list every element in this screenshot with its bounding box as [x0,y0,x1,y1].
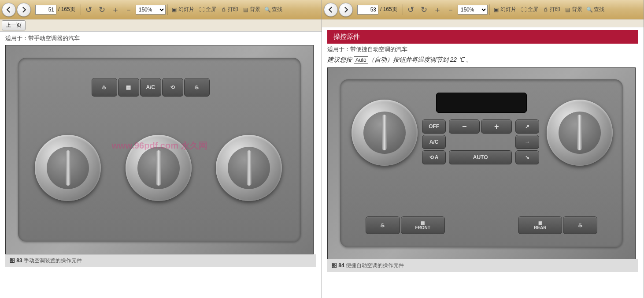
temp-knob[interactable] [35,135,101,201]
zoom-in-button[interactable]: ＋ [431,4,444,16]
ac-button[interactable]: A/C [422,135,446,149]
slideshow-button[interactable]: ▣幻灯片 [170,6,196,13]
redo-button[interactable]: ↻ [96,4,108,16]
slideshow-label: 幻灯片 [178,6,194,13]
fan-plus-button[interactable]: + [481,119,512,134]
right-btn-col: ↗ → ↘ [515,119,539,164]
recirc-button[interactable]: ⟲ [162,78,183,97]
minus-icon: － [447,4,455,15]
seat-heat-right-button[interactable]: ♨ [184,78,210,97]
separator [167,4,168,15]
fullscreen-label: 全屏 [206,6,216,13]
undo-button[interactable]: ↺ [83,4,95,16]
page-indicator: / 165页 [357,5,397,15]
arrow-right-icon [342,6,350,14]
print-button[interactable]: ⎙打印 [219,6,240,13]
section-header: 操控原件 [327,30,638,44]
find-label: 查找 [594,6,604,13]
right-temp-knob[interactable] [547,100,613,166]
background-icon: ▤ [565,7,571,13]
page-input[interactable] [357,5,378,15]
auto-button[interactable]: AUTO [449,150,512,164]
rear-defrost-button[interactable]: ▦REAR [518,216,562,234]
recirc-auto-button[interactable]: ⟲A [422,150,446,164]
defrost-icon: ▦ [126,84,131,90]
climate-display [436,93,527,113]
vent-body-button[interactable]: → [515,135,539,149]
background-button[interactable]: ▤背景 [241,6,262,13]
find-button[interactable]: 🔍查找 [585,6,606,13]
plus-icon: ＋ [111,4,119,15]
separator [403,4,403,15]
fullscreen-button[interactable]: ⛶全屏 [197,6,218,13]
background-label: 背景 [572,6,582,13]
find-label: 查找 [272,6,282,13]
prev-page-button[interactable]: 上一页 [2,20,26,30]
subtitle-text: 适用于：带便捷自动空调的汽车 [327,45,638,53]
seat-heat-icon: ♨ [194,84,199,90]
seat-heat-right-button[interactable]: ♨ [563,216,597,234]
minus-icon: － [125,4,133,15]
vent-face-button[interactable]: ↗ [515,119,539,134]
figure-caption: 图 83 手动空调装置的操作元件 [5,254,316,267]
ac-panel: ♨ ▦ A/C ⟲ ♨ [18,58,301,241]
seat-heat-left-button[interactable]: ♨ [366,216,400,234]
search-icon: 🔍 [265,7,271,13]
zoom-select[interactable]: 150% [136,5,166,15]
toolbar: / 165页 ↺ ↻ ＋ － 150% ▣幻灯片 ⛶全屏 ⎙打印 ▤背景 🔍查找 [322,0,644,19]
print-button[interactable]: ⎙打印 [541,6,562,13]
slideshow-button[interactable]: ▣幻灯片 [492,6,518,13]
sub-toolbar: 上一页 [0,19,322,32]
figure-84-image: OFF A/C ⟲A − + AUTO ↗ → ↘ [327,67,636,259]
document-content: 操控原件 适用于：带便捷自动空调的汽车 建议您按 Auto（自动）按钮并将温度调… [322,27,644,275]
zoom-in-button[interactable]: ＋ [109,4,122,16]
fullscreen-button[interactable]: ⛶全屏 [519,6,540,13]
vent-body-icon: → [525,139,530,145]
left-temp-knob[interactable] [352,100,418,166]
zoom-select[interactable]: 150% [458,5,488,15]
top-button-row: ♨ ▦ A/C ⟲ ♨ [92,78,210,97]
caption-text: 手动空调装置的操作元件 [24,257,82,264]
fan-knob[interactable] [126,135,192,201]
fan-minus-button[interactable]: − [449,119,480,134]
zoom-out-button[interactable]: － [444,4,457,16]
undo-icon: ↺ [85,5,92,15]
redo-icon: ↻ [421,5,427,15]
caption-text: 便捷自动空调的操作元件 [346,262,404,268]
page-input[interactable] [35,5,56,15]
arrow-right-icon [20,6,28,14]
front-label: FRONT [415,225,430,230]
rear-defrost-button[interactable]: ▦ [118,78,139,97]
car-icon: ⟲ [429,154,434,160]
separator [489,4,490,15]
off-button[interactable]: OFF [422,119,446,134]
slideshow-icon: ▣ [493,7,500,13]
caption-prefix: 图 84 [332,262,344,268]
undo-button[interactable]: ↺ [405,4,417,16]
back-button[interactable] [324,3,338,17]
arrow-left-icon [327,6,335,14]
zoom-out-button[interactable]: － [122,4,135,16]
sub-toolbar [322,19,644,27]
vent-foot-button[interactable]: ↘ [515,150,539,164]
seat-heat-icon: ♨ [380,222,385,228]
print-label: 打印 [228,6,238,13]
ac-button[interactable]: A/C [140,78,161,97]
undo-icon: ↺ [407,5,414,15]
background-button[interactable]: ▤背景 [563,6,584,13]
print-icon: ⎙ [543,7,549,13]
page-indicator: / 165页 [35,5,75,15]
redo-button[interactable]: ↻ [418,4,430,16]
fullscreen-label: 全屏 [528,6,538,13]
seat-heat-left-button[interactable]: ♨ [92,78,117,97]
back-button[interactable] [2,3,16,17]
find-button[interactable]: 🔍查找 [263,6,284,13]
mode-knob[interactable] [216,135,282,201]
arrow-left-icon [5,6,13,14]
document-content: 适用于：带手动空调器的汽车 ♨ ▦ A/C ⟲ ♨ www.96pdf.com … [0,32,322,270]
forward-button[interactable] [339,3,353,17]
print-icon: ⎙ [221,7,227,13]
front-defrost-button[interactable]: ▦FRONT [401,216,445,234]
left-pane: / 165页 ↺ ↻ ＋ － 150% ▣幻灯片 ⛶全屏 ⎙打印 ▤背景 🔍查找… [0,0,322,298]
forward-button[interactable] [17,3,31,17]
